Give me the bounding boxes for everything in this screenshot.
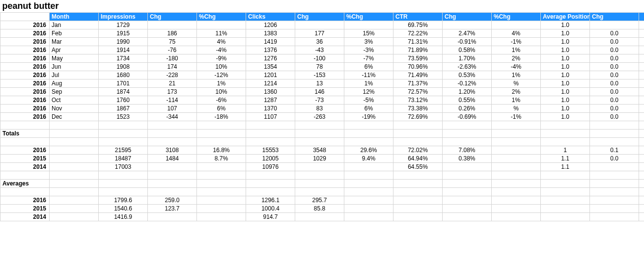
cell[interactable] xyxy=(148,130,197,138)
spreadsheet-table[interactable]: peanut butterMonthImpressionsChg%ChgClic… xyxy=(0,0,644,221)
cell[interactable] xyxy=(541,138,590,146)
cell[interactable] xyxy=(0,138,50,146)
cell[interactable] xyxy=(246,180,295,188)
cell[interactable] xyxy=(0,121,50,130)
cell[interactable] xyxy=(344,196,393,205)
cell[interactable] xyxy=(639,171,644,180)
cell[interactable] xyxy=(50,121,99,130)
cell[interactable] xyxy=(246,130,295,138)
cell[interactable] xyxy=(541,130,590,138)
cell[interactable] xyxy=(590,138,639,146)
cell[interactable] xyxy=(197,171,246,180)
cell[interactable] xyxy=(639,188,644,196)
cell[interactable] xyxy=(590,205,639,213)
cell[interactable] xyxy=(639,105,644,113)
cell[interactable] xyxy=(295,188,344,196)
cell[interactable] xyxy=(197,121,246,130)
cell[interactable] xyxy=(541,121,590,130)
cell[interactable] xyxy=(344,205,393,213)
cell[interactable] xyxy=(197,205,246,213)
cell[interactable] xyxy=(590,130,639,138)
cell[interactable] xyxy=(639,180,644,188)
cell[interactable] xyxy=(541,213,590,221)
cell[interactable] xyxy=(590,213,639,221)
cell[interactable] xyxy=(393,180,443,188)
cell[interactable] xyxy=(639,146,644,155)
cell[interactable] xyxy=(639,163,644,171)
cell[interactable] xyxy=(492,121,541,130)
cell[interactable] xyxy=(541,180,590,188)
cell[interactable] xyxy=(99,121,148,130)
cell[interactable] xyxy=(492,213,541,221)
cell[interactable] xyxy=(590,171,639,180)
cell[interactable] xyxy=(541,205,590,213)
cell[interactable] xyxy=(295,121,344,130)
cell[interactable] xyxy=(50,196,99,205)
cell[interactable] xyxy=(639,21,644,29)
cell[interactable] xyxy=(639,63,644,71)
cell[interactable] xyxy=(393,121,443,130)
cell[interactable] xyxy=(344,180,393,188)
cell[interactable] xyxy=(443,130,492,138)
cell[interactable] xyxy=(541,188,590,196)
cell[interactable] xyxy=(443,213,492,221)
cell[interactable] xyxy=(344,130,393,138)
cell[interactable] xyxy=(295,138,344,146)
cell[interactable] xyxy=(492,171,541,180)
cell[interactable] xyxy=(492,188,541,196)
cell[interactable] xyxy=(99,188,148,196)
cell[interactable] xyxy=(443,205,492,213)
cell[interactable] xyxy=(50,138,99,146)
cell[interactable] xyxy=(393,171,443,180)
cell[interactable] xyxy=(0,13,50,21)
cell[interactable] xyxy=(50,130,99,138)
cell[interactable] xyxy=(148,138,197,146)
cell[interactable] xyxy=(443,196,492,205)
cell[interactable] xyxy=(246,171,295,180)
cell[interactable] xyxy=(246,138,295,146)
cell[interactable] xyxy=(492,138,541,146)
cell[interactable] xyxy=(50,171,99,180)
cell[interactable] xyxy=(639,96,644,105)
cell[interactable] xyxy=(148,180,197,188)
cell[interactable] xyxy=(197,180,246,188)
cell[interactable] xyxy=(639,121,644,130)
cell[interactable] xyxy=(246,121,295,130)
cell[interactable] xyxy=(443,138,492,146)
cell[interactable] xyxy=(197,188,246,196)
cell[interactable] xyxy=(344,188,393,196)
cell[interactable] xyxy=(197,138,246,146)
cell[interactable] xyxy=(148,121,197,130)
cell[interactable] xyxy=(50,163,99,171)
cell[interactable] xyxy=(639,54,644,63)
cell[interactable] xyxy=(148,188,197,196)
cell[interactable] xyxy=(393,130,443,138)
cell[interactable] xyxy=(295,130,344,138)
cell[interactable] xyxy=(443,121,492,130)
cell[interactable] xyxy=(295,180,344,188)
cell[interactable] xyxy=(393,213,443,221)
cell[interactable] xyxy=(443,171,492,180)
cell[interactable] xyxy=(541,196,590,205)
cell[interactable] xyxy=(295,171,344,180)
cell[interactable] xyxy=(99,180,148,188)
cell[interactable] xyxy=(99,138,148,146)
cell[interactable] xyxy=(197,130,246,138)
cell[interactable] xyxy=(639,213,644,221)
cell[interactable] xyxy=(99,171,148,180)
cell[interactable] xyxy=(492,196,541,205)
cell[interactable] xyxy=(639,138,644,146)
cell[interactable] xyxy=(590,180,639,188)
cell[interactable] xyxy=(492,130,541,138)
cell[interactable] xyxy=(639,38,644,46)
cell[interactable] xyxy=(344,171,393,180)
cell[interactable] xyxy=(639,88,644,96)
cell[interactable] xyxy=(639,46,644,54)
cell[interactable] xyxy=(443,188,492,196)
cell[interactable] xyxy=(50,188,99,196)
cell[interactable] xyxy=(639,29,644,38)
cell[interactable] xyxy=(639,196,644,205)
cell[interactable] xyxy=(639,155,644,163)
cell[interactable] xyxy=(639,113,644,121)
cell[interactable] xyxy=(639,79,644,88)
